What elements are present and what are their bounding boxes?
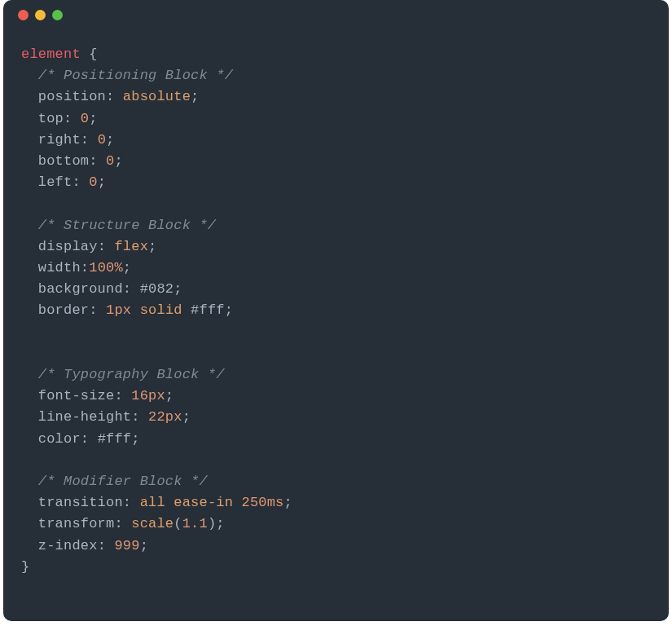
css-value: #fff — [98, 431, 132, 447]
css-value: solid — [140, 302, 182, 318]
css-value: 0 — [98, 132, 106, 148]
window-titlebar — [3, 0, 669, 29]
css-value: flex — [114, 239, 148, 254]
css-value: 1px — [106, 302, 131, 318]
css-property: bottom — [38, 153, 89, 169]
css-property: transition — [38, 495, 123, 510]
css-value: 0 — [81, 111, 89, 126]
open-brace: { — [81, 46, 98, 62]
css-value: 250ms — [242, 495, 284, 510]
css-value: 16px — [131, 388, 165, 403]
css-value — [182, 302, 191, 318]
css-property: line-height — [38, 409, 131, 425]
css-value: 1.1 — [182, 516, 208, 531]
code-window: element { /* Positioning Block */ positi… — [3, 0, 669, 621]
css-value: ) — [208, 516, 216, 531]
css-value: 0 — [106, 153, 114, 169]
css-value: all — [140, 495, 165, 510]
css-selector: element — [21, 46, 81, 62]
zoom-icon[interactable] — [52, 10, 63, 20]
code-block: element { /* Positioning Block */ positi… — [3, 29, 669, 578]
css-value — [131, 302, 139, 318]
css-value: 100% — [89, 260, 123, 276]
css-value: 0 — [89, 174, 97, 190]
css-value: scale — [131, 516, 173, 531]
css-value: ease-in — [173, 495, 233, 510]
css-property: position — [38, 89, 106, 104]
css-value: 22px — [148, 409, 182, 425]
css-value: ( — [173, 516, 182, 531]
css-comment: /* Positioning Block */ — [38, 68, 233, 83]
css-value — [165, 495, 173, 510]
css-value: #082 — [140, 281, 174, 297]
css-property: width — [38, 260, 81, 276]
css-property: z-index — [38, 538, 98, 553]
close-brace: } — [21, 559, 29, 575]
css-property: top — [38, 111, 64, 126]
css-property: background — [38, 281, 123, 297]
css-comment: /* Structure Block */ — [38, 218, 216, 233]
css-property: color — [38, 431, 81, 447]
css-property: right — [38, 132, 81, 148]
css-comment: /* Typography Block */ — [38, 367, 225, 382]
close-icon[interactable] — [18, 10, 29, 20]
minimize-icon[interactable] — [35, 10, 46, 20]
css-value: absolute — [123, 89, 191, 104]
css-property: display — [38, 239, 98, 254]
css-property: font-size — [38, 388, 115, 403]
css-property: left — [38, 174, 72, 190]
css-property: border — [38, 302, 89, 318]
css-property: transform — [38, 516, 115, 531]
css-value — [233, 495, 241, 510]
css-value: 999 — [114, 538, 139, 553]
css-value: #fff — [191, 302, 225, 318]
css-comment: /* Modifier Block */ — [38, 474, 208, 489]
